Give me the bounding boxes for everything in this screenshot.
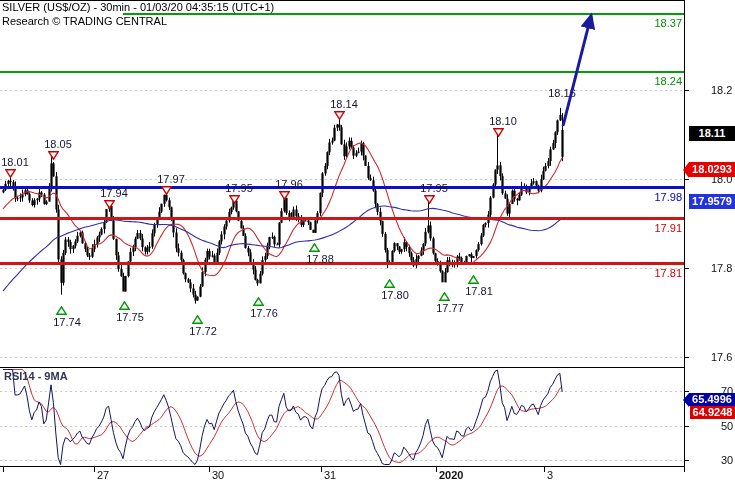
chart-title: SILVER (US$/OZ) - 30min - 01/03/20 04:35… [2, 1, 274, 13]
price-canvas [0, 0, 735, 480]
watermark: Research © TRADING CENTRAL [2, 15, 167, 27]
slow-ma-value-badge: 17.9579 [689, 194, 735, 209]
chart-root: SILVER (US$/OZ) - 30min - 01/03/20 04:35… [0, 0, 735, 480]
fast-ma-value-badge: 18.0293 [689, 162, 735, 177]
rsi-label: RSI14 - 9MA [4, 370, 68, 382]
rsi-ma-value-badge: 64.9248 [690, 406, 735, 419]
last-price-badge: 18.11 [689, 126, 735, 141]
rsi-value-badge: 65.4996 [689, 393, 735, 406]
